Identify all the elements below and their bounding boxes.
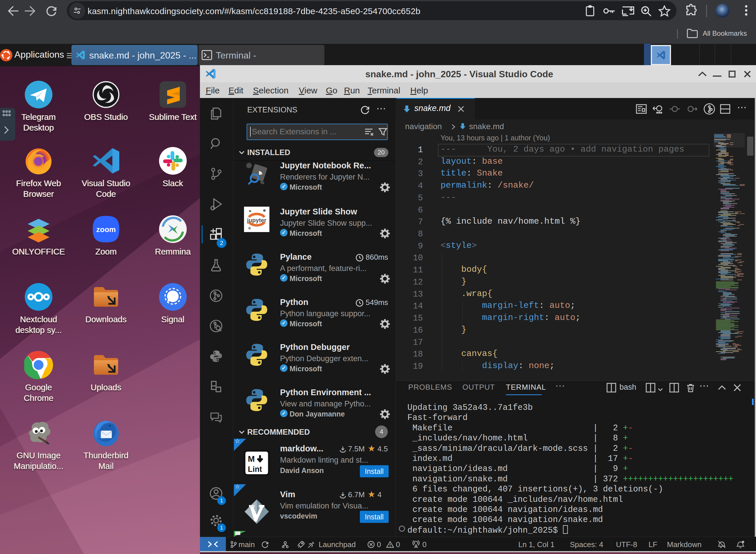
svg-text:zoom: zoom bbox=[96, 225, 116, 234]
svg-text:M: M bbox=[248, 454, 255, 463]
svg-text:jupyter: jupyter bbox=[247, 217, 266, 223]
svg-text:Lint: Lint bbox=[248, 465, 262, 474]
